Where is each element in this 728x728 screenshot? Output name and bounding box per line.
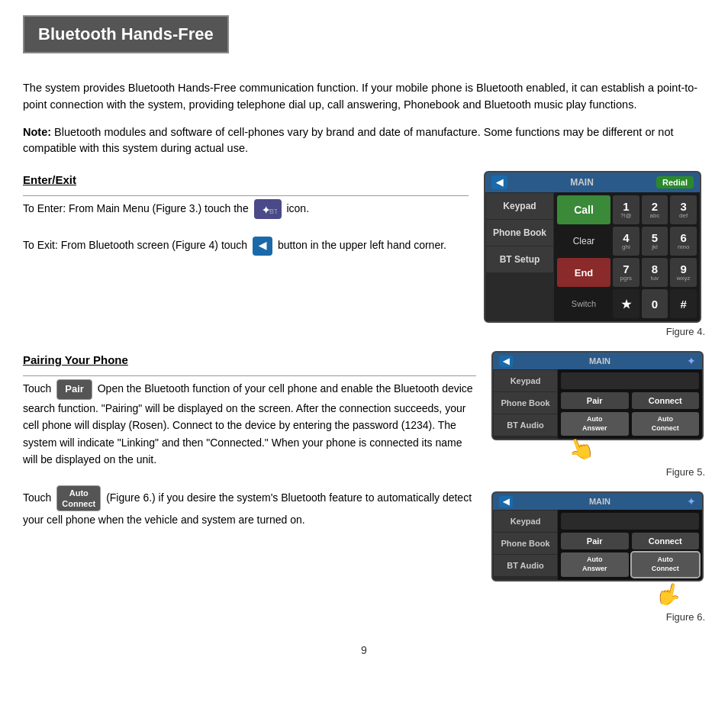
bt-icon: ✦ BT — [254, 199, 282, 219]
key-star[interactable]: ★ — [613, 289, 639, 318]
screen4-main-label: MAIN — [512, 177, 652, 188]
page-number: 9 — [23, 644, 705, 656]
screen6-right: Pair Connect AutoAnswer AutoConnect — [558, 510, 702, 579]
screen5-menu-keypad[interactable]: Keypad — [494, 370, 557, 391]
screen5-menu-phonebook[interactable]: Phone Book — [494, 392, 557, 414]
pair-button-inline[interactable]: Pair — [56, 379, 92, 400]
screen6-connect-btn[interactable]: Connect — [632, 533, 700, 549]
figure4-area: ◀ MAIN Redial Keypad Phone Book BT Setup… — [484, 171, 705, 337]
figure4-label: Figure 4. — [484, 326, 705, 337]
screen4-menu: Keypad Phone Book BT Setup — [485, 192, 554, 321]
screen5-back[interactable]: ◀ — [499, 356, 513, 367]
screen6-buttons-row1: Pair Connect — [561, 533, 699, 549]
figure6-wrap: ◀ MAIN ✦ Keypad Phone Book BT Audio Pair — [491, 491, 705, 622]
key-0[interactable]: 0 — [642, 289, 668, 318]
screen4-keypad: Call 1 ?!@ 2 abc 3 def Clear — [554, 192, 700, 321]
key-hash[interactable]: # — [670, 289, 697, 318]
pairing-right: ◀ MAIN ✦ Keypad Phone Book BT Audio Pair — [491, 351, 705, 629]
bt-screen-figure6: ◀ MAIN ✦ Keypad Phone Book BT Audio Pair — [491, 491, 704, 581]
screen6-main-label: MAIN — [517, 497, 682, 506]
screen5-display — [561, 372, 699, 389]
screen5-menu: Keypad Phone Book BT Audio — [493, 369, 558, 439]
enter-text: To Enter: From Main Menu (Figure 3.) tou… — [23, 199, 469, 219]
key-7[interactable]: 7 pgrs — [613, 258, 639, 287]
enter-exit-section: Enter/Exit To Enter: From Main Menu (Fig… — [23, 171, 705, 337]
key-3[interactable]: 3 def — [670, 195, 697, 224]
screen4-back[interactable]: ◀ — [491, 176, 507, 189]
screen6-menu-phonebook[interactable]: Phone Book — [494, 533, 557, 554]
end-button[interactable]: End — [557, 258, 610, 287]
note-paragraph: Note: Bluetooth modules and software of … — [23, 124, 705, 158]
screen5-buttons-row1: Pair Connect — [561, 392, 699, 409]
auto-connect-button-inline[interactable]: AutoConnect — [56, 485, 101, 512]
screen5-pair-btn[interactable]: Pair — [561, 392, 629, 409]
screen4-menu-phonebook[interactable]: Phone Book — [486, 220, 553, 246]
screen6-display — [561, 513, 699, 530]
pairing-section: Pairing Your Phone Touch Pair Open the B… — [23, 351, 705, 629]
screen6-auto-connect-btn[interactable]: AutoConnect — [632, 552, 700, 576]
enter-exit-left: Enter/Exit To Enter: From Main Menu (Fig… — [23, 171, 469, 337]
pairing-heading: Pairing Your Phone — [23, 351, 476, 369]
screen6-auto-answer-btn[interactable]: AutoAnswer — [561, 552, 629, 576]
back-button-inline: ◀ — [253, 237, 272, 256]
key-1[interactable]: 1 ?!@ — [613, 195, 639, 224]
screen6-header: ◀ MAIN ✦ — [493, 493, 702, 510]
key-6[interactable]: 6 mno — [670, 227, 697, 256]
screen5-right: Pair Connect AutoAnswer AutoConnect — [558, 369, 702, 439]
svg-text:BT: BT — [269, 208, 277, 215]
screen4-redial[interactable]: Redial — [656, 176, 694, 188]
screen6-menu: Keypad Phone Book BT Audio — [493, 510, 558, 579]
screen6-body: Keypad Phone Book BT Audio Pair Connect … — [493, 510, 702, 579]
switch-button[interactable]: Switch — [557, 289, 610, 318]
screen6-back[interactable]: ◀ — [499, 496, 513, 507]
screen6-menu-btaudio[interactable]: BT Audio — [494, 555, 557, 576]
figure6-label: Figure 6. — [491, 611, 705, 623]
pairing-left: Pairing Your Phone Touch Pair Open the B… — [23, 351, 476, 629]
screen6-menu-keypad[interactable]: Keypad — [494, 511, 557, 532]
note-text: Bluetooth modules and software of cell-p… — [23, 126, 674, 155]
key-5[interactable]: 5 jkl — [642, 227, 668, 256]
note-label: Note: — [23, 126, 51, 138]
screen5-header: ◀ MAIN ✦ — [493, 353, 702, 369]
screen5-buttons-row2: AutoAnswer AutoConnect — [561, 412, 699, 436]
clear-button[interactable]: Clear — [557, 227, 610, 256]
bt-screen-figure5: ◀ MAIN ✦ Keypad Phone Book BT Audio Pair — [491, 351, 704, 440]
screen5-menu-btaudio[interactable]: BT Audio — [494, 414, 557, 436]
key-9[interactable]: 9 wxyz — [670, 258, 697, 287]
screen4-header: ◀ MAIN Redial — [485, 172, 700, 192]
enter-exit-heading: Enter/Exit — [23, 171, 469, 189]
screen6-pair-btn[interactable]: Pair — [561, 533, 629, 549]
call-button[interactable]: Call — [557, 195, 610, 224]
screen4-menu-btsetup[interactable]: BT Setup — [486, 246, 553, 272]
key-8[interactable]: 8 tuv — [642, 258, 668, 287]
screen6-buttons-row2: AutoAnswer AutoConnect — [561, 552, 699, 576]
pairing-paragraph2: Touch AutoConnect (Figure 6.) if you des… — [23, 485, 476, 529]
screen5-bt-symbol: ✦ — [687, 355, 696, 367]
finger-pointer-6: 👆 — [653, 579, 684, 609]
figure5-label: Figure 5. — [491, 466, 705, 478]
pairing-paragraph1: Touch Pair Open the Bluetooth function o… — [23, 379, 476, 468]
key-4[interactable]: 4 ghi — [613, 227, 639, 256]
intro-paragraph: The system provides Bluetooth Hands-Free… — [23, 80, 705, 114]
screen5-connect-btn[interactable]: Connect — [632, 392, 700, 409]
screen4-body: Keypad Phone Book BT Setup Call 1 ?!@ 2 … — [485, 192, 700, 321]
exit-text: To Exit: From Bluetooth screen (Figure 4… — [23, 237, 469, 256]
screen5-auto-answer-btn[interactable]: AutoAnswer — [561, 412, 629, 436]
key-2[interactable]: 2 abc — [642, 195, 668, 224]
bt-screen-figure4: ◀ MAIN Redial Keypad Phone Book BT Setup… — [484, 171, 701, 323]
figure5-wrap: ◀ MAIN ✦ Keypad Phone Book BT Audio Pair — [491, 351, 705, 478]
screen5-auto-connect-btn[interactable]: AutoConnect — [632, 412, 700, 436]
screen6-bt-symbol: ✦ — [687, 495, 696, 507]
page-title: Bluetooth Hands-Free — [23, 15, 229, 53]
screen5-main-label: MAIN — [517, 356, 682, 366]
screen5-body: Keypad Phone Book BT Audio Pair Connect … — [493, 369, 702, 439]
screen4-menu-keypad[interactable]: Keypad — [486, 193, 553, 219]
